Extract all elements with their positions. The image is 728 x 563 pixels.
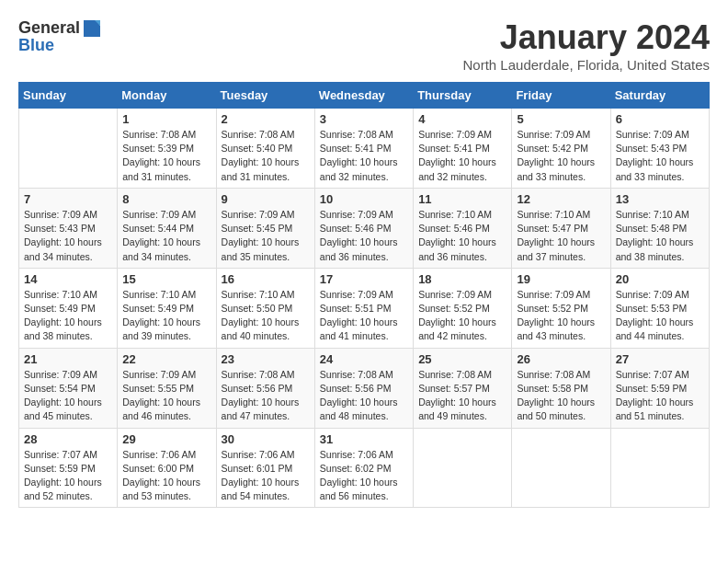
day-info: Sunrise: 7:09 AMSunset: 5:45 PMDaylight:… xyxy=(222,208,310,264)
calendar-cell: 28Sunrise: 7:07 AMSunset: 5:59 PMDayligh… xyxy=(19,428,118,508)
days-of-week-row: SundayMondayTuesdayWednesdayThursdayFrid… xyxy=(19,83,710,109)
week-row-3: 14Sunrise: 7:10 AMSunset: 5:49 PMDayligh… xyxy=(19,268,710,348)
calendar-cell: 17Sunrise: 7:09 AMSunset: 5:51 PMDayligh… xyxy=(314,268,413,348)
calendar-cell: 13Sunrise: 7:10 AMSunset: 5:48 PMDayligh… xyxy=(610,188,709,268)
calendar-cell: 7Sunrise: 7:09 AMSunset: 5:43 PMDaylight… xyxy=(19,188,118,268)
day-info: Sunrise: 7:09 AMSunset: 5:46 PMDaylight:… xyxy=(320,208,408,264)
day-number: 3 xyxy=(320,112,408,126)
day-number: 17 xyxy=(320,272,408,286)
day-number: 13 xyxy=(616,192,704,206)
day-number: 31 xyxy=(320,432,408,446)
day-number: 10 xyxy=(320,192,408,206)
day-number: 27 xyxy=(616,352,704,366)
calendar-cell: 14Sunrise: 7:10 AMSunset: 5:49 PMDayligh… xyxy=(19,268,118,348)
day-info: Sunrise: 7:08 AMSunset: 5:57 PMDaylight:… xyxy=(418,368,506,424)
calendar-header: SundayMondayTuesdayWednesdayThursdayFrid… xyxy=(19,83,710,109)
day-number: 23 xyxy=(222,352,310,366)
day-number: 24 xyxy=(320,352,408,366)
day-number: 1 xyxy=(122,112,210,126)
day-number: 19 xyxy=(517,272,605,286)
day-number: 7 xyxy=(24,192,112,206)
day-info: Sunrise: 7:09 AMSunset: 5:54 PMDaylight:… xyxy=(24,368,112,424)
calendar-cell: 23Sunrise: 7:08 AMSunset: 5:56 PMDayligh… xyxy=(216,348,314,428)
day-number: 22 xyxy=(122,352,210,366)
day-number: 25 xyxy=(418,352,506,366)
logo: General Blue xyxy=(18,18,102,55)
calendar-cell: 22Sunrise: 7:09 AMSunset: 5:55 PMDayligh… xyxy=(118,348,216,428)
day-info: Sunrise: 7:09 AMSunset: 5:55 PMDaylight:… xyxy=(122,368,210,424)
calendar-cell: 6Sunrise: 7:09 AMSunset: 5:43 PMDaylight… xyxy=(610,109,709,189)
day-info: Sunrise: 7:07 AMSunset: 5:59 PMDaylight:… xyxy=(616,368,704,424)
calendar-body: 1Sunrise: 7:08 AMSunset: 5:39 PMDaylight… xyxy=(19,109,710,508)
week-row-4: 21Sunrise: 7:09 AMSunset: 5:54 PMDayligh… xyxy=(19,348,710,428)
day-info: Sunrise: 7:09 AMSunset: 5:52 PMDaylight:… xyxy=(517,288,605,344)
day-info: Sunrise: 7:08 AMSunset: 5:41 PMDaylight:… xyxy=(320,128,408,184)
calendar-cell: 5Sunrise: 7:09 AMSunset: 5:42 PMDaylight… xyxy=(512,109,610,189)
calendar-cell: 2Sunrise: 7:08 AMSunset: 5:40 PMDaylight… xyxy=(216,109,314,189)
day-info: Sunrise: 7:10 AMSunset: 5:46 PMDaylight:… xyxy=(418,208,506,264)
day-info: Sunrise: 7:06 AMSunset: 6:00 PMDaylight:… xyxy=(122,448,210,504)
day-number: 4 xyxy=(418,112,506,126)
calendar-cell: 4Sunrise: 7:09 AMSunset: 5:41 PMDaylight… xyxy=(414,109,512,189)
day-number: 18 xyxy=(418,272,506,286)
day-number: 29 xyxy=(122,432,210,446)
day-of-week-friday: Friday xyxy=(512,83,610,109)
day-of-week-thursday: Thursday xyxy=(414,83,512,109)
week-row-2: 7Sunrise: 7:09 AMSunset: 5:43 PMDaylight… xyxy=(19,188,710,268)
day-of-week-sunday: Sunday xyxy=(19,83,118,109)
calendar-cell: 9Sunrise: 7:09 AMSunset: 5:45 PMDaylight… xyxy=(216,188,314,268)
day-number: 16 xyxy=(222,272,310,286)
day-info: Sunrise: 7:10 AMSunset: 5:48 PMDaylight:… xyxy=(616,208,704,264)
calendar-cell: 26Sunrise: 7:08 AMSunset: 5:58 PMDayligh… xyxy=(512,348,610,428)
logo-blue-text: Blue xyxy=(18,37,102,55)
day-info: Sunrise: 7:08 AMSunset: 5:58 PMDaylight:… xyxy=(517,368,605,424)
day-info: Sunrise: 7:10 AMSunset: 5:50 PMDaylight:… xyxy=(222,288,310,344)
day-info: Sunrise: 7:10 AMSunset: 5:47 PMDaylight:… xyxy=(517,208,605,264)
day-of-week-monday: Monday xyxy=(118,83,216,109)
day-info: Sunrise: 7:09 AMSunset: 5:43 PMDaylight:… xyxy=(24,208,112,264)
month-title: January 2024 xyxy=(463,18,710,57)
day-number: 14 xyxy=(24,272,112,286)
day-number: 8 xyxy=(122,192,210,206)
title-area: January 2024 North Lauderdale, Florida, … xyxy=(463,18,710,73)
calendar-cell xyxy=(610,428,709,508)
calendar-cell: 11Sunrise: 7:10 AMSunset: 5:46 PMDayligh… xyxy=(414,188,512,268)
day-info: Sunrise: 7:09 AMSunset: 5:51 PMDaylight:… xyxy=(320,288,408,344)
calendar-cell: 31Sunrise: 7:06 AMSunset: 6:02 PMDayligh… xyxy=(314,428,413,508)
day-number: 9 xyxy=(222,192,310,206)
page-header: General Blue January 2024 North Lauderda… xyxy=(18,18,710,73)
day-info: Sunrise: 7:10 AMSunset: 5:49 PMDaylight:… xyxy=(24,288,112,344)
day-number: 2 xyxy=(222,112,310,126)
day-number: 26 xyxy=(517,352,605,366)
calendar-cell: 24Sunrise: 7:08 AMSunset: 5:56 PMDayligh… xyxy=(314,348,413,428)
day-info: Sunrise: 7:10 AMSunset: 5:49 PMDaylight:… xyxy=(122,288,210,344)
calendar-cell: 10Sunrise: 7:09 AMSunset: 5:46 PMDayligh… xyxy=(314,188,413,268)
day-info: Sunrise: 7:08 AMSunset: 5:56 PMDaylight:… xyxy=(320,368,408,424)
location: North Lauderdale, Florida, United States xyxy=(463,57,710,73)
calendar-cell xyxy=(414,428,512,508)
calendar-table: SundayMondayTuesdayWednesdayThursdayFrid… xyxy=(18,82,710,508)
calendar-cell: 21Sunrise: 7:09 AMSunset: 5:54 PMDayligh… xyxy=(19,348,118,428)
calendar-cell: 15Sunrise: 7:10 AMSunset: 5:49 PMDayligh… xyxy=(118,268,216,348)
day-number: 30 xyxy=(222,432,310,446)
calendar-cell: 19Sunrise: 7:09 AMSunset: 5:52 PMDayligh… xyxy=(512,268,610,348)
day-number: 6 xyxy=(616,112,704,126)
day-info: Sunrise: 7:09 AMSunset: 5:42 PMDaylight:… xyxy=(517,128,605,184)
calendar-cell xyxy=(512,428,610,508)
calendar-cell: 27Sunrise: 7:07 AMSunset: 5:59 PMDayligh… xyxy=(610,348,709,428)
day-info: Sunrise: 7:09 AMSunset: 5:43 PMDaylight:… xyxy=(616,128,704,184)
day-of-week-tuesday: Tuesday xyxy=(216,83,314,109)
day-number: 28 xyxy=(24,432,112,446)
calendar-cell: 18Sunrise: 7:09 AMSunset: 5:52 PMDayligh… xyxy=(414,268,512,348)
day-number: 12 xyxy=(517,192,605,206)
day-of-week-wednesday: Wednesday xyxy=(314,83,413,109)
day-info: Sunrise: 7:07 AMSunset: 5:59 PMDaylight:… xyxy=(24,448,112,504)
calendar-cell xyxy=(19,109,118,189)
day-info: Sunrise: 7:09 AMSunset: 5:52 PMDaylight:… xyxy=(418,288,506,344)
day-number: 20 xyxy=(616,272,704,286)
calendar-cell: 29Sunrise: 7:06 AMSunset: 6:00 PMDayligh… xyxy=(118,428,216,508)
calendar-cell: 16Sunrise: 7:10 AMSunset: 5:50 PMDayligh… xyxy=(216,268,314,348)
day-info: Sunrise: 7:08 AMSunset: 5:40 PMDaylight:… xyxy=(222,128,310,184)
day-number: 5 xyxy=(517,112,605,126)
day-number: 21 xyxy=(24,352,112,366)
